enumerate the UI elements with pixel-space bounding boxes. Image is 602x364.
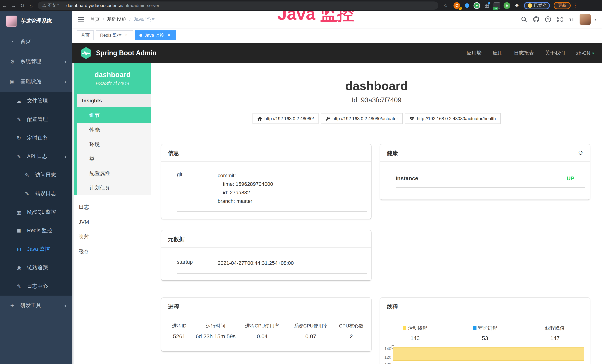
sba-nav-applications[interactable]: 应用 xyxy=(493,50,503,56)
hamburger-icon[interactable] xyxy=(74,11,88,28)
browser-reload-icon[interactable]: ↻ xyxy=(18,2,27,8)
browser-chrome-bar: ← → ↻ ⌂ ⚠ 不安全 dashboard.yudao.iocoder.cn… xyxy=(0,0,602,11)
actuator-url-button[interactable]: http://192.168.0.2:48080/actuator xyxy=(321,113,403,124)
svg-text:?: ? xyxy=(547,17,549,21)
sba-item-mappings[interactable]: 映射 xyxy=(74,229,151,244)
browser-menu-icon[interactable]: ⋮ xyxy=(573,3,578,8)
search-icon[interactable] xyxy=(520,15,528,23)
breadcrumb-section[interactable]: 基础设施 xyxy=(107,16,126,23)
browser-forward-icon[interactable]: → xyxy=(9,2,18,8)
tab-label: 首页 xyxy=(81,32,90,38)
profile-paused-chip[interactable]: 已暂停 xyxy=(524,2,550,9)
fullscreen-icon[interactable] xyxy=(556,15,564,23)
sba-item-logs[interactable]: 日志 xyxy=(74,200,151,214)
app-logo[interactable]: 芋道管理系统 xyxy=(0,11,72,32)
card-title-text: 健康 xyxy=(387,144,398,161)
sidebar-item-redis-monitor[interactable]: ≣ Redis 监控 xyxy=(0,221,72,240)
metadata-key: startup xyxy=(177,259,218,268)
sidebar-item-config-mgmt[interactable]: ✎ 配置管理 xyxy=(0,110,72,129)
extensions-puzzle-icon[interactable]: ❖ xyxy=(514,2,520,9)
extension-colorzilla-icon[interactable]: C1 xyxy=(453,2,460,9)
url-domain: dashboard.yudao.iocoder.cn xyxy=(66,3,122,8)
help-icon[interactable]: ? xyxy=(544,15,552,23)
sidebar-item-api-log[interactable]: ✎ API 日志 ▴ xyxy=(0,147,72,166)
column-header: 系统CPU使用率 xyxy=(286,323,335,329)
sba-item-scheduled-tasks[interactable]: 计划任务 xyxy=(77,181,151,195)
sidebar-item-log-center[interactable]: ✎ 日志中心 xyxy=(0,277,72,296)
page-url[interactable]: dashboard.yudao.iocoder.cn/infra/admin-s… xyxy=(66,3,160,8)
health-url-button[interactable]: http://192.168.0.2:48080/actuator/health xyxy=(405,113,501,124)
sba-item-caches[interactable]: 缓存 xyxy=(74,244,151,259)
instance-id: 93a3fc7f7409 xyxy=(74,80,151,86)
sidebar-item-file-mgmt[interactable]: ☁ 文件管理 xyxy=(0,92,72,110)
close-icon[interactable]: × xyxy=(166,33,172,38)
avatar-caret-icon[interactable]: ▾ xyxy=(594,17,596,21)
sidebar-item-label: 研发工具 xyxy=(20,302,41,309)
font-size-icon[interactable]: тT xyxy=(568,15,576,23)
sidebar-item-tracing[interactable]: ◉ 链路追踪 xyxy=(0,258,72,277)
sba-item-jvm[interactable]: JVM xyxy=(74,214,151,229)
threads-card-body: 活动线程 143 守护进程 53 xyxy=(380,315,590,364)
iframe-scrollbar[interactable] xyxy=(72,63,74,364)
close-icon[interactable]: × xyxy=(124,33,129,38)
sba-item-classes[interactable]: 类 xyxy=(77,152,151,166)
history-icon[interactable]: ↺ xyxy=(578,144,583,161)
system-cpu-value: 0.07 xyxy=(286,333,335,339)
pid-value: 5261 xyxy=(165,333,193,339)
browser-address-bar[interactable]: ⚠ 不安全 dashboard.yudao.iocoder.cn/infra/a… xyxy=(38,1,438,10)
sba-nav-wallboard[interactable]: 应用墙 xyxy=(466,50,482,56)
sidebar-item-scheduled-jobs[interactable]: ↻ 定时任务 xyxy=(0,129,72,147)
service-url-button[interactable]: http://192.168.0.2:48080/ xyxy=(253,113,319,124)
chevron-up-icon: ▴ xyxy=(64,154,66,159)
sba-item-metrics[interactable]: 性能 xyxy=(77,123,151,137)
sidebar-item-dev-tools[interactable]: ✦ 研发工具 ▾ xyxy=(0,296,72,316)
cards-left-column: 信息 git commit: time: 1596289704000 id: 2… xyxy=(161,144,371,364)
process-cpu-value: 0.04 xyxy=(238,333,286,339)
column-header: 运行时间 xyxy=(193,323,238,329)
extension-y-icon[interactable]: y xyxy=(473,2,480,9)
chevron-down-icon: ▾ xyxy=(64,304,66,308)
instance-name: dashboard xyxy=(74,71,151,79)
sba-nav-journal[interactable]: 日志报表 xyxy=(514,50,534,56)
security-label[interactable]: 不安全 xyxy=(48,3,60,8)
sidebar-item-mysql-monitor[interactable]: ▦ MySQL 监控 xyxy=(0,203,72,221)
browser-home-icon[interactable]: ⌂ xyxy=(27,2,36,8)
insights-group: Insights 细节 性能 环境 类 配置属性 计划任务 xyxy=(74,94,151,195)
extension-pin-icon[interactable] xyxy=(463,2,470,9)
sidebar-item-home[interactable]: ◔ 首页 xyxy=(0,32,72,52)
extension-grid-icon[interactable]: ▦ xyxy=(484,2,490,9)
legend-swatch-blue xyxy=(473,326,476,330)
sba-item-config-props[interactable]: 配置属性 xyxy=(77,166,151,181)
sba-item-details[interactable]: 细节 xyxy=(77,107,151,123)
github-icon[interactable] xyxy=(532,15,540,23)
sba-language-select[interactable]: zh-CN ▾ xyxy=(576,50,594,56)
sidebar-item-system-mgmt[interactable]: ⚙ 系统管理 ▾ xyxy=(0,52,72,72)
tab-home[interactable]: 首页 xyxy=(77,30,94,40)
sidebar-item-java-monitor[interactable]: ⊡ Java 监控 xyxy=(0,240,72,258)
live-threads-value: 143 xyxy=(380,335,450,341)
active-tab-dot xyxy=(140,34,142,37)
sidebar-item-infrastructure[interactable]: ▣ 基础设施 ▴ xyxy=(0,72,72,92)
tags-view-bar: 首页 Redis 监控 × Java 监控 × xyxy=(72,28,602,43)
sidebar-item-access-log[interactable]: ✎ 访问日志 xyxy=(0,166,72,184)
process-header-row: 进程ID 运行时间 进程CPU使用率 系统CPU使用率 CPU核心数 xyxy=(165,323,367,329)
sidebar-item-error-log[interactable]: ✎ 错误日志 xyxy=(0,184,72,203)
sba-nav-about[interactable]: 关于我们 xyxy=(545,50,565,56)
browser-back-icon[interactable]: ← xyxy=(0,2,9,8)
breadcrumb-home[interactable]: 首页 xyxy=(90,16,100,23)
card-title-text: 线程 xyxy=(387,298,398,315)
instance-header[interactable]: dashboard 93a3fc7f7409 xyxy=(74,63,151,94)
column-header: 进程CPU使用率 xyxy=(238,323,286,329)
extension-green-icon[interactable] xyxy=(504,2,510,9)
tab-java-monitor[interactable]: Java 监控 × xyxy=(135,30,176,40)
browser-update-button[interactable]: 更新 xyxy=(554,2,571,9)
table-row: git commit: time: 1596289704000 id: 27aa… xyxy=(177,171,367,212)
y-axis-tick: 100 xyxy=(380,362,391,364)
sba-item-environment[interactable]: 环境 xyxy=(77,137,151,152)
main-column: 首页 / 基础设施 / Java 监控 ? xyxy=(72,11,602,364)
extension-switch-icon[interactable]: on xyxy=(494,2,500,9)
bookmark-star-icon[interactable]: ☆ xyxy=(441,2,450,8)
tab-redis-monitor[interactable]: Redis 监控 × xyxy=(96,30,133,40)
user-avatar[interactable] xyxy=(580,14,591,25)
peak-threads-value: 147 xyxy=(520,335,590,341)
